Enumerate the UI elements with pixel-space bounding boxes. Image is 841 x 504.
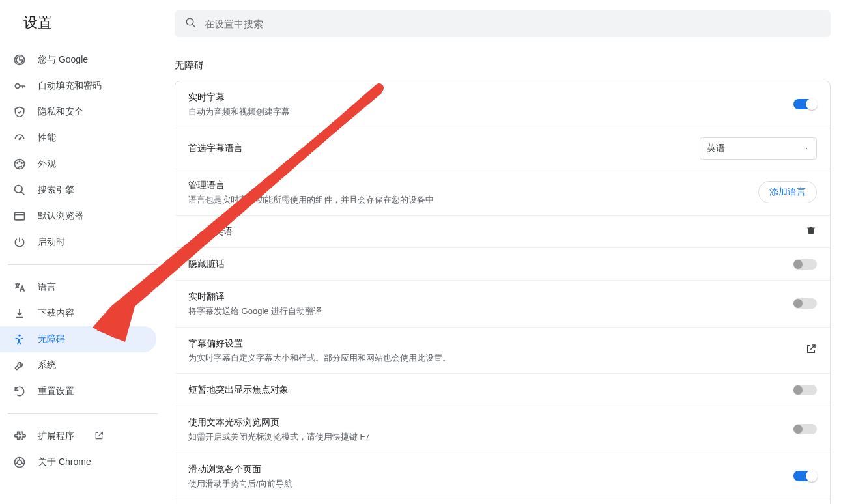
sidebar-item-label: 隐私和安全	[38, 106, 83, 118]
sidebar-item-wrench[interactable]: 系统	[0, 352, 156, 378]
delete-language-button[interactable]	[805, 225, 817, 238]
setting-text: 滑动浏览各个页面使用滑动手势向后/向前导航	[188, 462, 793, 490]
sidebar-item-key[interactable]: 自动填充和密码	[0, 73, 156, 99]
setting-title: 隐藏脏话	[188, 257, 793, 271]
toggle-switch[interactable]	[793, 99, 817, 109]
sidebar-item-label: 系统	[38, 359, 56, 371]
setting-row: 隐藏脏话	[175, 248, 830, 281]
setting-title: 字幕偏好设置	[188, 337, 805, 350]
settings-card: 实时字幕自动为音频和视频创建字幕首选字幕语言英语管理语言语言包是实时字幕功能所需…	[175, 81, 831, 504]
svg-point-11	[15, 186, 23, 193]
dropdown-value: 英语	[707, 143, 725, 154]
sidebar-item-label: 默认浏览器	[38, 210, 83, 222]
main-content: 无障碍 实时字幕自动为音频和视频创建字幕首选字幕语言英语管理语言语言包是实时字幕…	[169, 0, 841, 504]
sidebar-item-shield[interactable]: 隐私和安全	[0, 99, 156, 125]
setting-text: 实时翻译将字幕发送给 Google 进行自动翻译	[188, 290, 793, 318]
svg-point-8	[17, 163, 18, 164]
sidebar-item-label: 重置设置	[38, 385, 74, 397]
sidebar-item-translate[interactable]: 语言	[0, 274, 156, 300]
sidebar-item-label: 您与 Google	[38, 54, 88, 66]
setting-row: 短暂地突出显示焦点对象	[175, 374, 830, 406]
setting-text: 实时字幕自动为音频和视频创建字幕	[188, 91, 793, 119]
svg-point-10	[21, 163, 23, 164]
language-row: 英语	[175, 216, 830, 248]
setting-text: 首选字幕语言	[188, 141, 700, 155]
extension-icon	[13, 430, 26, 443]
sidebar-item-extension[interactable]: 扩展程序	[0, 423, 156, 449]
sidebar-item-download[interactable]: 下载内容	[0, 300, 156, 326]
setting-subtitle: 将字幕发送给 Google 进行自动翻译	[188, 305, 793, 318]
svg-point-18	[186, 18, 193, 25]
setting-subtitle: 语言包是实时字幕功能所需使用的组件，并且会存储在您的设备中	[188, 193, 758, 206]
setting-text: 使用文本光标浏览网页如需开启或关闭光标浏览模式，请使用快捷键 F7	[188, 415, 793, 443]
shield-icon	[13, 105, 26, 119]
add-language-button[interactable]: 添加语言	[758, 181, 817, 203]
setting-text: 隐藏脏话	[188, 257, 793, 271]
sidebar-item-user-google[interactable]: 您与 Google	[0, 47, 156, 73]
setting-row: 首选字幕语言英语	[175, 128, 830, 169]
search-icon	[13, 184, 26, 197]
sidebar-group: 扩展程序关于 Chrome	[0, 419, 169, 479]
sidebar-item-power[interactable]: 启动时	[0, 229, 156, 255]
setting-row: 使用文本光标浏览网页如需开启或关闭光标浏览模式，请使用快捷键 F7	[175, 406, 830, 453]
setting-row: 管理语言语言包是实时字幕功能所需使用的组件，并且会存储在您的设备中添加语言	[175, 169, 830, 216]
reset-icon	[13, 385, 26, 398]
translate-icon	[13, 281, 26, 294]
setting-title: 管理语言	[188, 178, 758, 192]
sidebar-item-label: 下载内容	[38, 307, 74, 319]
sidebar-divider	[8, 264, 158, 265]
setting-text: 字幕偏好设置为实时字幕自定义字幕大小和样式。部分应用和网站也会使用此设置。	[188, 337, 805, 365]
sidebar-item-browser[interactable]: 默认浏览器	[0, 203, 156, 229]
setting-title: 首选字幕语言	[188, 141, 700, 155]
sidebar-item-reset[interactable]: 重置设置	[0, 378, 156, 404]
wrench-icon	[13, 359, 26, 372]
sidebar-item-label: 性能	[38, 132, 56, 144]
language-dropdown[interactable]: 英语	[700, 137, 817, 160]
setting-row[interactable]: 字幕偏好设置为实时字幕自定义字幕大小和样式。部分应用和网站也会使用此设置。	[175, 328, 830, 374]
svg-point-6	[19, 139, 20, 140]
setting-title: 实时翻译	[188, 290, 793, 303]
toggle-switch[interactable]	[793, 385, 817, 395]
sidebar-item-label: 扩展程序	[38, 430, 74, 442]
setting-row: 实时翻译将字幕发送给 Google 进行自动翻译	[175, 281, 830, 328]
sidebar-item-label: 自动填充和密码	[38, 80, 102, 92]
key-icon	[13, 79, 26, 92]
setting-title: 实时字幕	[188, 91, 793, 104]
sidebar-item-label: 搜索引擎	[38, 184, 74, 196]
toggle-switch[interactable]	[793, 471, 817, 481]
search-bar[interactable]	[175, 10, 831, 37]
toggle-switch[interactable]	[793, 298, 817, 309]
setting-row[interactable]: 添加无障碍功能打开 Chrome 应用商店	[175, 499, 830, 504]
page-title: 设置	[23, 13, 52, 33]
sidebar-item-chrome[interactable]: 关于 Chrome	[0, 449, 156, 475]
svg-point-15	[18, 335, 20, 337]
toggle-switch[interactable]	[793, 259, 817, 270]
sidebar-item-label: 外观	[38, 158, 56, 170]
setting-title: 短暂地突出显示焦点对象	[188, 383, 793, 397]
accessibility-icon	[13, 333, 26, 346]
setting-row: 滑动浏览各个页面使用滑动手势向后/向前导航	[175, 453, 830, 500]
search-input[interactable]	[205, 18, 820, 29]
external-link-icon	[94, 430, 104, 443]
sidebar-header: 设置	[0, 8, 169, 43]
section-title: 无障碍	[169, 50, 841, 81]
sidebar-group: 语言下载内容无障碍系统重置设置	[0, 270, 169, 408]
sidebar-item-label: 关于 Chrome	[38, 456, 91, 468]
sidebar-item-search[interactable]: 搜索引擎	[0, 177, 156, 203]
sidebar-divider	[8, 413, 158, 414]
sidebar-item-speedometer[interactable]: 性能	[0, 125, 156, 151]
sidebar-item-accessibility[interactable]: 无障碍	[0, 326, 156, 352]
chevron-down-icon	[803, 143, 810, 154]
toggle-switch[interactable]	[793, 424, 817, 434]
svg-rect-13	[15, 212, 25, 220]
svg-point-9	[19, 161, 20, 162]
speedometer-icon	[13, 132, 26, 145]
setting-title: 使用文本光标浏览网页	[188, 415, 793, 429]
sidebar-item-palette[interactable]: 外观	[0, 151, 156, 177]
setting-row: 实时字幕自动为音频和视频创建字幕	[175, 81, 830, 128]
palette-icon	[13, 158, 26, 171]
setting-title: 滑动浏览各个页面	[188, 462, 793, 476]
setting-text: 短暂地突出显示焦点对象	[188, 383, 793, 397]
sidebar-item-label: 启动时	[38, 236, 65, 248]
svg-line-12	[21, 192, 25, 195]
